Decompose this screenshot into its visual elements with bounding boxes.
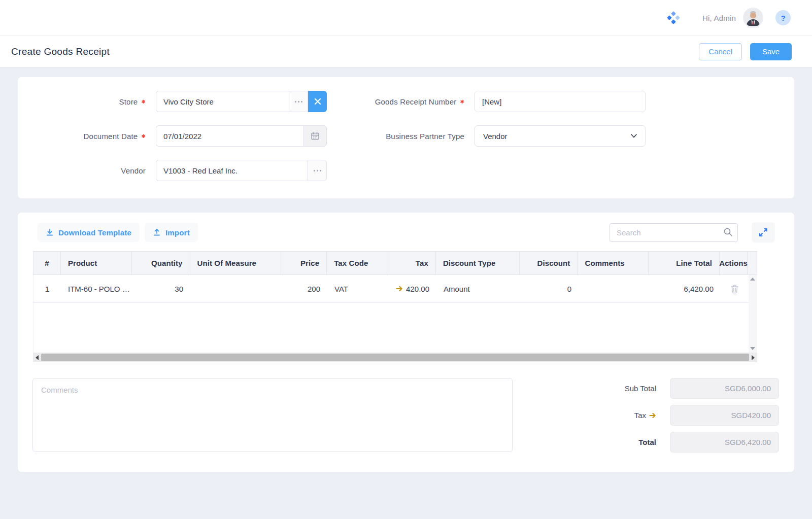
cell-discount: 0	[520, 275, 579, 302]
cell-actions	[721, 275, 749, 302]
tax-total-value: SGD420.00	[670, 405, 779, 426]
col-header-comments[interactable]: Comments	[578, 252, 649, 274]
cell-quantity: 30	[132, 275, 190, 302]
calendar-picker-button[interactable]	[303, 125, 327, 147]
cell-num: 1	[33, 275, 61, 302]
col-header-price[interactable]: Price	[281, 252, 327, 274]
expand-grid-button[interactable]	[752, 222, 775, 243]
required-asterisk: ✱	[141, 99, 146, 105]
search-input[interactable]	[610, 223, 738, 242]
header-scrollbar-filler	[748, 252, 757, 274]
search-icon[interactable]	[723, 227, 733, 239]
scroll-down-arrow[interactable]	[750, 347, 755, 350]
col-header-line-total[interactable]: Line Total	[649, 252, 720, 274]
required-asterisk: ✱	[460, 99, 464, 105]
save-button[interactable]: Save	[750, 43, 792, 60]
top-bar: Hi, Admin ?	[0, 0, 812, 36]
sub-total-value: SGD6,000.00	[670, 378, 779, 399]
scroll-up-arrow[interactable]	[750, 278, 755, 281]
cell-discount-type: Amount	[436, 275, 520, 302]
col-header-product[interactable]: Product	[61, 252, 132, 274]
scroll-left-arrow[interactable]	[36, 355, 39, 360]
col-header-actions[interactable]: Actions	[720, 252, 748, 274]
store-input[interactable]	[156, 91, 289, 112]
col-header-discount-type[interactable]: Discount Type	[436, 252, 520, 274]
vendor-lookup-button[interactable]	[308, 160, 327, 181]
cell-tax-code: VAT	[327, 275, 390, 302]
horizontal-scrollbar[interactable]	[33, 353, 757, 362]
horizontal-scroll-thumb[interactable]	[41, 354, 749, 361]
expand-icon	[759, 228, 768, 237]
goods-receipt-form-card: Store✱ Document Date✱	[18, 77, 794, 198]
totals-panel: Sub Total SGD6,000.00 Tax SGD420.00 Tota…	[625, 378, 779, 453]
cell-price: 200	[282, 275, 327, 302]
vertical-scrollbar[interactable]	[749, 275, 757, 353]
delete-row-button[interactable]	[730, 284, 739, 294]
document-date-input[interactable]	[156, 125, 303, 147]
cell-product: ITM-60 - POLO …	[61, 275, 132, 302]
sub-total-label: Sub Total	[625, 384, 656, 393]
business-partner-type-select[interactable]: Vendor	[475, 125, 646, 147]
help-icon[interactable]: ?	[775, 10, 791, 25]
vendor-label: Vendor	[18, 166, 146, 175]
line-items-table: # Product Quantity Unit Of Measure Price…	[33, 251, 757, 362]
cell-line-total: 6,420.00	[650, 275, 721, 302]
table-body: 1 ITM-60 - POLO … 30 200 VAT 420.00 Am	[33, 275, 749, 353]
upload-icon	[153, 228, 161, 236]
table-row[interactable]: 1 ITM-60 - POLO … 30 200 VAT 420.00 Am	[33, 275, 749, 303]
scroll-right-arrow[interactable]	[752, 355, 755, 360]
import-button[interactable]: Import	[145, 223, 198, 242]
apps-menu-icon[interactable]	[665, 9, 682, 26]
cancel-button[interactable]: Cancel	[699, 43, 742, 60]
title-bar: Create Goods Receipt Cancel Save	[0, 36, 812, 67]
user-avatar[interactable]	[743, 8, 763, 28]
store-lookup-button[interactable]	[289, 91, 308, 112]
calendar-icon	[311, 131, 320, 141]
items-footer: Sub Total SGD6,000.00 Tax SGD420.00 Tota…	[32, 378, 779, 453]
download-icon	[46, 228, 54, 236]
col-header-discount[interactable]: Discount	[520, 252, 578, 274]
store-label: Store✱	[18, 97, 146, 106]
close-icon	[314, 98, 321, 105]
col-header-tax-code[interactable]: Tax Code	[327, 252, 389, 274]
store-clear-button[interactable]	[308, 91, 327, 112]
col-header-unit-of-measure[interactable]: Unit Of Measure	[190, 252, 282, 274]
col-header-num[interactable]: #	[33, 252, 61, 274]
vendor-input[interactable]	[156, 160, 308, 181]
col-header-quantity[interactable]: Quantity	[132, 252, 190, 274]
line-items-card: Download Template Import	[18, 213, 794, 472]
ellipsis-icon	[295, 101, 302, 102]
cell-unit-of-measure	[190, 275, 282, 302]
goods-receipt-number-input[interactable]	[475, 91, 646, 112]
required-asterisk: ✱	[141, 133, 146, 139]
ellipsis-icon	[314, 170, 321, 171]
tax-arrow-icon	[396, 286, 403, 292]
cell-tax: 420.00	[390, 275, 436, 302]
items-toolbar: Download Template Import	[18, 222, 794, 243]
col-header-tax[interactable]: Tax	[389, 252, 436, 274]
goods-receipt-number-label: Goods Receipt Number✱	[363, 97, 464, 106]
cell-comments	[579, 275, 650, 302]
comments-textarea[interactable]	[32, 378, 513, 452]
user-greeting: Hi, Admin	[702, 14, 736, 22]
download-template-button[interactable]: Download Template	[38, 223, 140, 242]
business-partner-type-label: Business Partner Type	[363, 132, 464, 141]
grand-total-value: SGD6,420.00	[670, 432, 779, 453]
tax-total-label: Tax	[634, 411, 656, 420]
chevron-down-icon	[631, 134, 637, 138]
document-date-label: Document Date✱	[18, 132, 146, 141]
grand-total-label: Total	[638, 438, 656, 446]
trash-icon	[730, 284, 739, 294]
table-header-row: # Product Quantity Unit Of Measure Price…	[33, 251, 757, 275]
page-content: Store✱ Document Date✱	[0, 67, 812, 472]
tax-arrow-icon	[649, 412, 656, 419]
page-title: Create Goods Receipt	[11, 46, 110, 57]
